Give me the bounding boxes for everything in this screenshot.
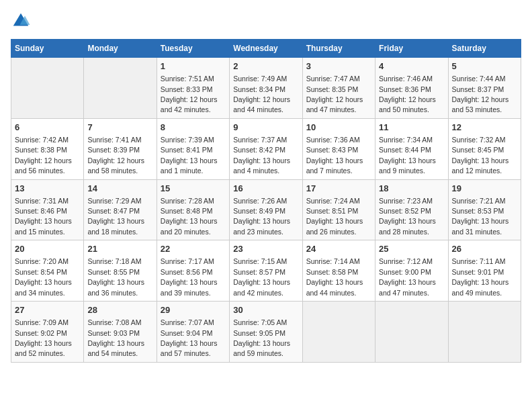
- daylight-info: Daylight: 13 hours and 36 minutes.: [87, 278, 144, 296]
- calendar-cell: 25 Sunrise: 7:12 AM Sunset: 9:00 PM Dayl…: [375, 240, 448, 302]
- sunrise-info: Sunrise: 7:39 AM: [161, 136, 214, 144]
- daylight-info: Daylight: 13 hours and 42 minutes.: [233, 278, 290, 296]
- day-number: 22: [161, 243, 226, 255]
- day-number: 1: [161, 60, 226, 73]
- calendar-week-2: 6 Sunrise: 7:42 AM Sunset: 8:38 PM Dayli…: [11, 118, 521, 179]
- calendar-cell: 30 Sunrise: 7:05 AM Sunset: 9:05 PM Dayl…: [230, 302, 302, 363]
- sunrise-info: Sunrise: 7:15 AM: [233, 257, 287, 265]
- day-number: 16: [233, 183, 298, 195]
- sunset-info: Sunset: 8:48 PM: [161, 207, 213, 215]
- day-number: 4: [379, 60, 444, 73]
- calendar-cell: 13 Sunrise: 7:31 AM Sunset: 8:46 PM Dayl…: [11, 179, 84, 240]
- day-number: 17: [306, 183, 371, 195]
- sunset-info: Sunset: 8:41 PM: [161, 146, 213, 154]
- daylight-info: Daylight: 12 hours and 44 minutes.: [233, 95, 290, 113]
- sunrise-info: Sunrise: 7:32 AM: [452, 136, 506, 144]
- sunrise-info: Sunrise: 7:49 AM: [233, 75, 287, 83]
- sunrise-info: Sunrise: 7:11 AM: [452, 257, 506, 265]
- day-number: 8: [161, 122, 226, 134]
- sunrise-info: Sunrise: 7:28 AM: [161, 197, 214, 205]
- sunrise-info: Sunrise: 7:18 AM: [87, 257, 141, 265]
- calendar-cell: 10 Sunrise: 7:36 AM Sunset: 8:43 PM Dayl…: [302, 118, 375, 179]
- calendar-cell: 16 Sunrise: 7:26 AM Sunset: 8:49 PM Dayl…: [230, 179, 302, 240]
- sunset-info: Sunset: 8:52 PM: [379, 207, 431, 215]
- sunset-info: Sunset: 8:35 PM: [306, 85, 359, 93]
- daylight-info: Daylight: 13 hours and 1 minute.: [161, 156, 218, 175]
- calendar-week-5: 27 Sunrise: 7:09 AM Sunset: 9:02 PM Dayl…: [11, 302, 521, 363]
- daylight-info: Daylight: 13 hours and 52 minutes.: [15, 339, 72, 357]
- daylight-info: Daylight: 13 hours and 20 minutes.: [161, 217, 218, 235]
- calendar-table: SundayMondayTuesdayWednesdayThursdayFrid…: [11, 39, 521, 363]
- sunrise-info: Sunrise: 7:05 AM: [233, 318, 287, 326]
- sunrise-info: Sunrise: 7:29 AM: [87, 197, 141, 205]
- sunrise-info: Sunrise: 7:09 AM: [15, 318, 69, 326]
- day-number: 21: [87, 243, 152, 255]
- sunrise-info: Sunrise: 7:07 AM: [161, 318, 214, 326]
- sunrise-info: Sunrise: 7:42 AM: [15, 136, 69, 144]
- logo: [11, 11, 34, 31]
- calendar-cell: 22 Sunrise: 7:17 AM Sunset: 8:56 PM Dayl…: [157, 240, 229, 302]
- sunset-info: Sunset: 8:43 PM: [306, 146, 359, 154]
- calendar-cell: [11, 58, 84, 119]
- sunrise-info: Sunrise: 7:08 AM: [87, 318, 141, 326]
- day-number: 23: [233, 243, 298, 255]
- sunset-info: Sunset: 8:55 PM: [87, 268, 140, 276]
- daylight-info: Daylight: 13 hours and 57 minutes.: [161, 339, 218, 357]
- calendar-cell: 24 Sunrise: 7:14 AM Sunset: 8:58 PM Dayl…: [302, 240, 375, 302]
- sunset-info: Sunset: 8:57 PM: [233, 268, 285, 276]
- sunset-info: Sunset: 8:39 PM: [87, 146, 140, 154]
- day-number: 30: [233, 304, 298, 316]
- day-number: 28: [87, 304, 152, 316]
- daylight-info: Daylight: 13 hours and 26 minutes.: [306, 217, 363, 235]
- calendar-cell: 9 Sunrise: 7:37 AM Sunset: 8:42 PM Dayli…: [230, 118, 302, 179]
- day-number: 6: [15, 122, 80, 134]
- day-number: 3: [306, 60, 371, 73]
- calendar-cell: 12 Sunrise: 7:32 AM Sunset: 8:45 PM Dayl…: [448, 118, 521, 179]
- calendar-cell: 26 Sunrise: 7:11 AM Sunset: 9:01 PM Dayl…: [448, 240, 521, 302]
- sunrise-info: Sunrise: 7:51 AM: [161, 75, 214, 83]
- sunset-info: Sunset: 8:45 PM: [452, 146, 504, 154]
- day-number: 14: [87, 183, 152, 195]
- day-number: 13: [15, 183, 80, 195]
- daylight-info: Daylight: 12 hours and 56 minutes.: [15, 156, 72, 175]
- sunset-info: Sunset: 8:46 PM: [15, 207, 67, 215]
- day-number: 11: [379, 122, 444, 134]
- day-number: 15: [161, 183, 226, 195]
- calendar-cell: 28 Sunrise: 7:08 AM Sunset: 9:03 PM Dayl…: [84, 302, 157, 363]
- daylight-info: Daylight: 13 hours and 54 minutes.: [87, 339, 144, 357]
- calendar-week-3: 13 Sunrise: 7:31 AM Sunset: 8:46 PM Dayl…: [11, 179, 521, 240]
- calendar-cell: 7 Sunrise: 7:41 AM Sunset: 8:39 PM Dayli…: [84, 118, 157, 179]
- calendar-cell: 11 Sunrise: 7:34 AM Sunset: 8:44 PM Dayl…: [375, 118, 448, 179]
- sunrise-info: Sunrise: 7:34 AM: [379, 136, 433, 144]
- sunset-info: Sunset: 8:44 PM: [379, 146, 431, 154]
- calendar-cell: 17 Sunrise: 7:24 AM Sunset: 8:51 PM Dayl…: [302, 179, 375, 240]
- sunset-info: Sunset: 9:04 PM: [161, 329, 213, 337]
- day-number: 5: [452, 60, 517, 73]
- calendar-week-1: 1 Sunrise: 7:51 AM Sunset: 8:33 PM Dayli…: [11, 58, 521, 119]
- daylight-info: Daylight: 13 hours and 4 minutes.: [233, 156, 290, 175]
- daylight-info: Daylight: 13 hours and 47 minutes.: [379, 278, 436, 296]
- logo-icon: [11, 11, 31, 31]
- sunset-info: Sunset: 8:42 PM: [233, 146, 285, 154]
- day-number: 20: [15, 243, 80, 255]
- sunset-info: Sunset: 8:37 PM: [452, 85, 504, 93]
- sunrise-info: Sunrise: 7:36 AM: [306, 136, 360, 144]
- weekday-header-monday: Monday: [84, 40, 157, 58]
- sunset-info: Sunset: 9:02 PM: [15, 329, 67, 337]
- sunset-info: Sunset: 9:05 PM: [233, 329, 285, 337]
- day-number: 10: [306, 122, 371, 134]
- day-number: 25: [379, 243, 444, 255]
- daylight-info: Daylight: 13 hours and 34 minutes.: [15, 278, 72, 296]
- sunrise-info: Sunrise: 7:37 AM: [233, 136, 287, 144]
- daylight-info: Daylight: 13 hours and 12 minutes.: [452, 156, 509, 175]
- calendar-week-4: 20 Sunrise: 7:20 AM Sunset: 8:54 PM Dayl…: [11, 240, 521, 302]
- calendar-cell: [448, 302, 521, 363]
- calendar-cell: [302, 302, 375, 363]
- sunset-info: Sunset: 8:54 PM: [15, 268, 67, 276]
- day-number: 12: [452, 122, 517, 134]
- sunset-info: Sunset: 8:36 PM: [379, 85, 431, 93]
- sunset-info: Sunset: 9:01 PM: [452, 268, 504, 276]
- day-number: 18: [379, 183, 444, 195]
- sunset-info: Sunset: 8:56 PM: [161, 268, 213, 276]
- daylight-info: Daylight: 12 hours and 58 minutes.: [87, 156, 144, 175]
